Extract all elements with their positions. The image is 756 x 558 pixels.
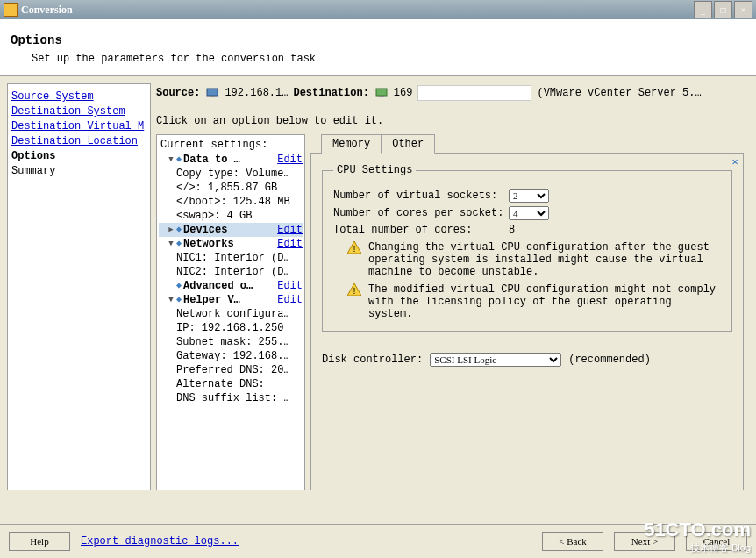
svg-rect-2 xyxy=(376,89,387,96)
dest-host-field[interactable] xyxy=(417,85,531,101)
caret-right-icon: ▶ xyxy=(166,223,176,237)
svg-rect-1 xyxy=(210,96,215,97)
disk-controller-hint: (recommended) xyxy=(568,354,651,366)
device-tabs: Memory Other xyxy=(321,134,744,154)
app-icon xyxy=(4,3,18,17)
dest-value: 169 xyxy=(394,87,413,99)
tree-subnet: Subnet mask: 255.… xyxy=(159,335,303,349)
tree-ip: IP: 192.168.1.250 xyxy=(159,321,303,335)
cpu-legend: CPU Settings xyxy=(333,164,416,176)
close-icon[interactable]: ✕ xyxy=(729,155,741,168)
total-cores-value: 8 xyxy=(509,224,515,236)
wizard-footer: Help Export diagnostic logs... < Back Ne… xyxy=(0,524,756,558)
tree-dns1: Preferred DNS: 20… xyxy=(159,363,303,377)
step-source-system[interactable]: Source System xyxy=(11,89,146,104)
cancel-button[interactable]: Cancel xyxy=(686,532,747,551)
svg-rect-3 xyxy=(379,96,384,97)
bullet-icon: ◆ xyxy=(176,279,183,293)
step-options[interactable]: Options xyxy=(11,149,146,164)
next-button[interactable]: Next > xyxy=(614,532,675,551)
sockets-select[interactable]: 2 xyxy=(509,189,549,203)
options-pane: Source: 192.168.1… Destination: 169 (VMw… xyxy=(151,83,749,490)
cpu-settings-group: CPU Settings Number of virtual sockets: … xyxy=(322,164,732,332)
bullet-icon: ◆ xyxy=(176,223,183,237)
wizard-header: Options Set up the parameters for the co… xyxy=(0,19,756,76)
source-dest-bar: Source: 192.168.1… Destination: 169 (VMw… xyxy=(156,83,744,103)
source-icon xyxy=(205,86,219,100)
bullet-icon: ◆ xyxy=(176,293,183,307)
dest-suffix: (VMware vCenter Server 5.… xyxy=(537,87,701,99)
cores-select[interactable]: 4 xyxy=(509,206,549,220)
tree-dns2: Alternate DNS: xyxy=(159,377,303,391)
svg-text:!: ! xyxy=(352,287,357,296)
tree-copy-type: Copy type: Volume… xyxy=(159,167,303,181)
step-summary[interactable]: Summary xyxy=(11,164,146,179)
tree-nic1: NIC1: Interior (D… xyxy=(159,251,303,265)
source-value: 192.168.1… xyxy=(225,87,288,99)
tab-other[interactable]: Other xyxy=(381,134,435,154)
tree-data-to-copy[interactable]: ▼ ◆ Data to … Edit xyxy=(159,153,303,167)
disk-controller-select[interactable]: SCSI LSI Logic xyxy=(430,353,561,367)
bullet-icon: ◆ xyxy=(176,237,183,251)
tree-nic2: NIC2: Interior (D… xyxy=(159,265,303,279)
caret-down-icon: ▼ xyxy=(166,237,176,251)
cores-label: Number of cores per socket: xyxy=(333,207,509,219)
warning-icon: ! xyxy=(347,241,361,254)
tree-helper-vm[interactable]: ▼ ◆ Helper V… Edit xyxy=(159,293,303,307)
source-label: Source: xyxy=(156,87,200,99)
dest-icon xyxy=(374,86,389,100)
disk-controller-row: Disk controller: SCSI LSI Logic (recomme… xyxy=(322,353,732,367)
cpu-warning-1: ! Changing the virtual CPU configuration… xyxy=(347,241,721,278)
wizard-body: Source System Destination System Destina… xyxy=(0,76,756,497)
close-button[interactable]: × xyxy=(734,1,752,18)
total-cores-label: Total number of cores: xyxy=(333,224,509,236)
tree-devices[interactable]: ▶ ◆ Devices Edit xyxy=(159,223,303,237)
edit-link[interactable]: Edit xyxy=(277,237,303,251)
tree-swap-size: <swap>: 4 GB xyxy=(159,209,303,223)
settings-split: Current settings: ▼ ◆ Data to … Edit Cop… xyxy=(156,134,744,490)
page-subtitle: Set up the parameters for the conversion… xyxy=(32,53,745,65)
edit-link[interactable]: Edit xyxy=(277,153,303,167)
edit-link[interactable]: Edit xyxy=(277,293,303,307)
tree-networks[interactable]: ▼ ◆ Networks Edit xyxy=(159,237,303,251)
tree-gateway: Gateway: 192.168.… xyxy=(159,349,303,363)
tab-memory[interactable]: Memory xyxy=(321,134,382,154)
svg-rect-0 xyxy=(207,89,218,96)
maximize-button[interactable]: □ xyxy=(714,1,732,18)
dest-label: Destination: xyxy=(293,87,368,99)
svg-text:!: ! xyxy=(352,245,357,254)
caret-down-icon: ▼ xyxy=(166,293,176,307)
wizard-steps: Source System Destination System Destina… xyxy=(7,83,151,490)
window-controls: _ □ × xyxy=(694,1,752,18)
step-destination-system[interactable]: Destination System xyxy=(11,104,146,119)
detail-panel: Memory Other ✕ CPU Settings Number of vi… xyxy=(310,134,744,490)
step-destination-vm[interactable]: Destination Virtual M xyxy=(11,119,146,134)
tab-other-body: ✕ CPU Settings Number of virtual sockets… xyxy=(310,153,744,490)
export-logs-link[interactable]: Export diagnostic logs... xyxy=(81,535,239,547)
window-title: Conversion xyxy=(21,4,694,17)
sockets-label: Number of virtual sockets: xyxy=(333,190,509,202)
page-title: Options xyxy=(11,33,745,47)
settings-tree: Current settings: ▼ ◆ Data to … Edit Cop… xyxy=(156,134,305,490)
minimize-button[interactable]: _ xyxy=(694,1,712,18)
instruction-text: Click on an option below to edit it. xyxy=(156,115,744,127)
edit-link[interactable]: Edit xyxy=(277,279,303,293)
edit-link[interactable]: Edit xyxy=(277,223,303,237)
disk-controller-label: Disk controller: xyxy=(322,354,423,366)
tree-boot-size: </boot>: 125.48 MB xyxy=(159,195,303,209)
caret-down-icon: ▼ xyxy=(166,153,176,167)
tree-root-size: </>: 1,855.87 GB xyxy=(159,181,303,195)
cpu-warning-2: ! The modified virtual CPU configuration… xyxy=(347,283,721,320)
tree-title: Current settings: xyxy=(159,139,303,151)
tree-net-config: Network configura… xyxy=(159,307,303,321)
titlebar: Conversion _ □ × xyxy=(0,0,756,19)
tree-advanced[interactable]: ◆ Advanced o… Edit xyxy=(159,279,303,293)
bullet-icon: ◆ xyxy=(176,153,183,167)
back-button[interactable]: < Back xyxy=(542,532,603,551)
step-destination-location[interactable]: Destination Location xyxy=(11,134,146,149)
warning-icon: ! xyxy=(347,283,361,296)
tree-dns-suffix: DNS suffix list: … xyxy=(159,391,303,405)
help-button[interactable]: Help xyxy=(9,532,70,551)
